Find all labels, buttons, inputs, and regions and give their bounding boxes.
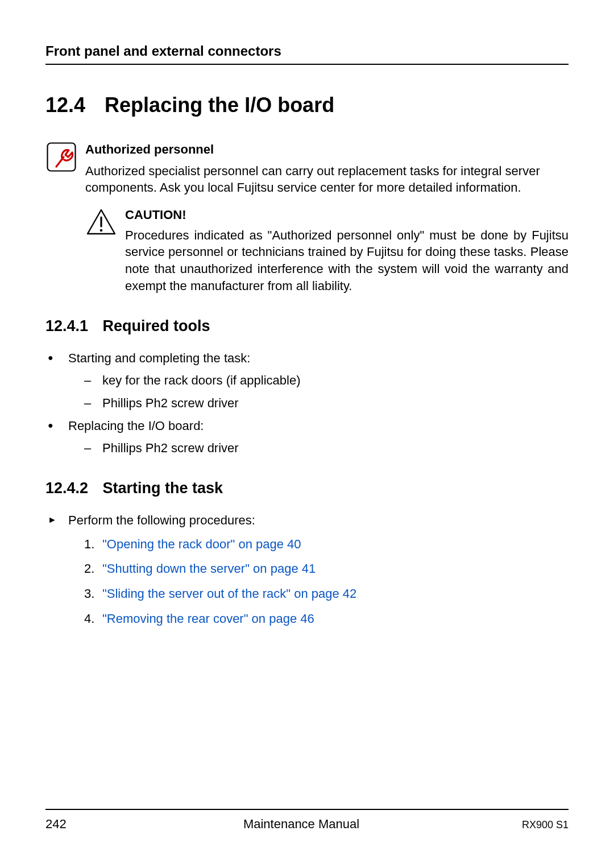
caution-icon xyxy=(85,206,117,238)
section-heading: 12.4 Replacing the I/O board xyxy=(45,93,569,117)
subsection-title: Starting the task xyxy=(103,480,223,497)
subsection-starting-task: 12.4.2 Starting the task xyxy=(45,480,569,497)
list-item: key for the rack doors (if applicable) xyxy=(84,372,569,389)
page-number: 242 xyxy=(45,817,114,832)
running-head: Front panel and external connectors xyxy=(45,43,569,65)
footer-title: Maintenance Manual xyxy=(114,817,489,832)
subsection-title: Required tools xyxy=(103,317,210,334)
cross-reference-link[interactable]: "Opening the rack door" on page 40 xyxy=(102,537,301,551)
authorized-personnel-block: Authorized personnel Authorized speciali… xyxy=(45,141,569,295)
authorized-title: Authorized personnel xyxy=(85,141,569,158)
maintenance-icon xyxy=(45,141,77,173)
cross-reference-link[interactable]: "Removing the rear cover" on page 46 xyxy=(102,611,314,626)
section-number: 12.4 xyxy=(45,93,85,117)
list-item: Phillips Ph2 screw driver xyxy=(84,440,569,457)
list-item: Starting and completing the task: key fo… xyxy=(48,350,569,412)
cross-reference-link[interactable]: "Sliding the server out of the rack" on … xyxy=(102,586,356,601)
list-item: "Removing the rear cover" on page 46 xyxy=(84,610,569,627)
list-item: Perform the following procedures: "Openi… xyxy=(48,512,569,627)
subsection-number: 12.4.2 xyxy=(45,480,88,497)
list-item: "Opening the rack door" on page 40 xyxy=(84,536,569,553)
caution-body: Procedures indicated as "Authorized pers… xyxy=(125,227,569,295)
authorized-body: Authorized specialist personnel can carr… xyxy=(85,163,569,196)
subsection-required-tools: 12.4.1 Required tools xyxy=(45,317,569,335)
cross-reference-link[interactable]: "Shutting down the server" on page 41 xyxy=(102,561,316,576)
list-item: "Shutting down the server" on page 41 xyxy=(84,560,569,577)
procedure-lead: Perform the following procedures: xyxy=(68,513,255,527)
footer-model: RX900 S1 xyxy=(489,819,569,831)
procedure-lead-list: Perform the following procedures: "Openi… xyxy=(48,512,569,627)
section-title: Replacing the I/O board xyxy=(105,93,334,117)
list-item: Phillips Ph2 screw driver xyxy=(84,395,569,412)
required-tools-list: Starting and completing the task: key fo… xyxy=(48,350,569,457)
subsection-number: 12.4.1 xyxy=(45,317,88,335)
list-item-lead: Starting and completing the task: xyxy=(68,351,250,365)
caution-block: CAUTION! Procedures indicated as "Author… xyxy=(85,206,569,294)
list-item-lead: Replacing the I/O board: xyxy=(68,419,204,433)
list-item: Replacing the I/O board: Phillips Ph2 sc… xyxy=(48,418,569,457)
procedure-steps: "Opening the rack door" on page 40 "Shut… xyxy=(84,536,569,627)
caution-title: CAUTION! xyxy=(125,206,569,224)
list-item: "Sliding the server out of the rack" on … xyxy=(84,585,569,602)
svg-point-2 xyxy=(100,229,103,232)
page-footer: 242 Maintenance Manual RX900 S1 xyxy=(45,809,569,832)
